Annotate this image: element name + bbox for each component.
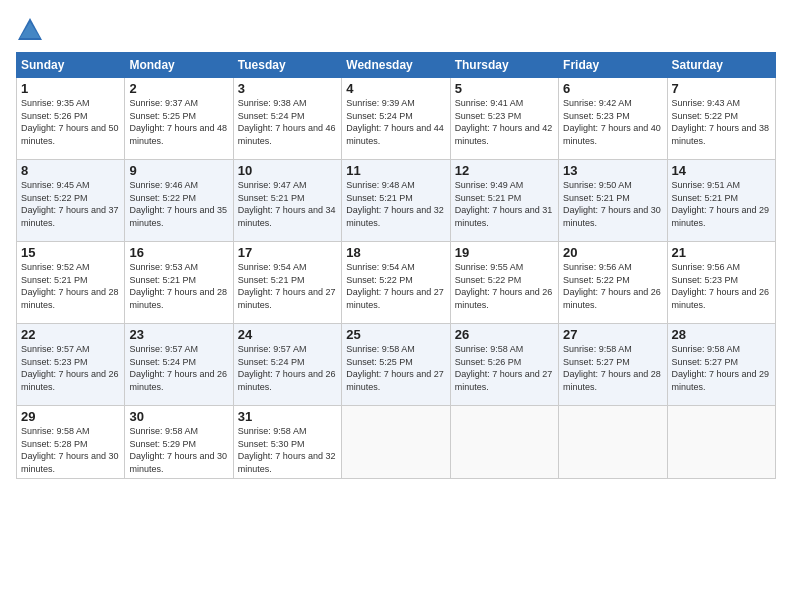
calendar-cell: 31Sunrise: 9:58 AMSunset: 5:30 PMDayligh… xyxy=(233,406,341,479)
week-row-5: 29Sunrise: 9:58 AMSunset: 5:28 PMDayligh… xyxy=(17,406,776,479)
day-number: 29 xyxy=(21,409,120,424)
day-info: Sunrise: 9:58 AMSunset: 5:25 PMDaylight:… xyxy=(346,343,445,393)
svg-marker-1 xyxy=(20,22,40,38)
calendar-cell: 21Sunrise: 9:56 AMSunset: 5:23 PMDayligh… xyxy=(667,242,775,324)
day-info: Sunrise: 9:52 AMSunset: 5:21 PMDaylight:… xyxy=(21,261,120,311)
day-number: 21 xyxy=(672,245,771,260)
week-row-2: 8Sunrise: 9:45 AMSunset: 5:22 PMDaylight… xyxy=(17,160,776,242)
day-number: 1 xyxy=(21,81,120,96)
day-number: 15 xyxy=(21,245,120,260)
day-info: Sunrise: 9:42 AMSunset: 5:23 PMDaylight:… xyxy=(563,97,662,147)
week-row-3: 15Sunrise: 9:52 AMSunset: 5:21 PMDayligh… xyxy=(17,242,776,324)
calendar-cell: 2Sunrise: 9:37 AMSunset: 5:25 PMDaylight… xyxy=(125,78,233,160)
day-info: Sunrise: 9:53 AMSunset: 5:21 PMDaylight:… xyxy=(129,261,228,311)
day-info: Sunrise: 9:54 AMSunset: 5:22 PMDaylight:… xyxy=(346,261,445,311)
day-number: 10 xyxy=(238,163,337,178)
day-info: Sunrise: 9:57 AMSunset: 5:23 PMDaylight:… xyxy=(21,343,120,393)
day-info: Sunrise: 9:50 AMSunset: 5:21 PMDaylight:… xyxy=(563,179,662,229)
day-number: 24 xyxy=(238,327,337,342)
day-number: 3 xyxy=(238,81,337,96)
day-info: Sunrise: 9:49 AMSunset: 5:21 PMDaylight:… xyxy=(455,179,554,229)
header xyxy=(16,16,776,44)
calendar-cell: 29Sunrise: 9:58 AMSunset: 5:28 PMDayligh… xyxy=(17,406,125,479)
day-number: 11 xyxy=(346,163,445,178)
day-info: Sunrise: 9:58 AMSunset: 5:28 PMDaylight:… xyxy=(21,425,120,475)
day-number: 26 xyxy=(455,327,554,342)
day-info: Sunrise: 9:57 AMSunset: 5:24 PMDaylight:… xyxy=(238,343,337,393)
calendar-cell: 9Sunrise: 9:46 AMSunset: 5:22 PMDaylight… xyxy=(125,160,233,242)
calendar-cell xyxy=(559,406,667,479)
calendar-cell xyxy=(667,406,775,479)
day-info: Sunrise: 9:38 AMSunset: 5:24 PMDaylight:… xyxy=(238,97,337,147)
day-info: Sunrise: 9:39 AMSunset: 5:24 PMDaylight:… xyxy=(346,97,445,147)
calendar-cell: 4Sunrise: 9:39 AMSunset: 5:24 PMDaylight… xyxy=(342,78,450,160)
day-number: 16 xyxy=(129,245,228,260)
calendar-cell: 13Sunrise: 9:50 AMSunset: 5:21 PMDayligh… xyxy=(559,160,667,242)
day-number: 4 xyxy=(346,81,445,96)
day-info: Sunrise: 9:54 AMSunset: 5:21 PMDaylight:… xyxy=(238,261,337,311)
calendar-cell: 1Sunrise: 9:35 AMSunset: 5:26 PMDaylight… xyxy=(17,78,125,160)
calendar-cell xyxy=(450,406,558,479)
day-info: Sunrise: 9:58 AMSunset: 5:29 PMDaylight:… xyxy=(129,425,228,475)
day-info: Sunrise: 9:37 AMSunset: 5:25 PMDaylight:… xyxy=(129,97,228,147)
day-info: Sunrise: 9:51 AMSunset: 5:21 PMDaylight:… xyxy=(672,179,771,229)
day-info: Sunrise: 9:46 AMSunset: 5:22 PMDaylight:… xyxy=(129,179,228,229)
day-info: Sunrise: 9:58 AMSunset: 5:27 PMDaylight:… xyxy=(563,343,662,393)
day-number: 23 xyxy=(129,327,228,342)
week-row-4: 22Sunrise: 9:57 AMSunset: 5:23 PMDayligh… xyxy=(17,324,776,406)
logo-icon xyxy=(16,16,44,44)
header-saturday: Saturday xyxy=(667,53,775,78)
header-friday: Friday xyxy=(559,53,667,78)
calendar-cell: 3Sunrise: 9:38 AMSunset: 5:24 PMDaylight… xyxy=(233,78,341,160)
calendar-cell: 28Sunrise: 9:58 AMSunset: 5:27 PMDayligh… xyxy=(667,324,775,406)
header-tuesday: Tuesday xyxy=(233,53,341,78)
header-wednesday: Wednesday xyxy=(342,53,450,78)
day-info: Sunrise: 9:45 AMSunset: 5:22 PMDaylight:… xyxy=(21,179,120,229)
day-number: 30 xyxy=(129,409,228,424)
day-number: 5 xyxy=(455,81,554,96)
day-number: 2 xyxy=(129,81,228,96)
calendar-cell: 6Sunrise: 9:42 AMSunset: 5:23 PMDaylight… xyxy=(559,78,667,160)
calendar-cell: 12Sunrise: 9:49 AMSunset: 5:21 PMDayligh… xyxy=(450,160,558,242)
header-thursday: Thursday xyxy=(450,53,558,78)
calendar-cell: 7Sunrise: 9:43 AMSunset: 5:22 PMDaylight… xyxy=(667,78,775,160)
day-info: Sunrise: 9:58 AMSunset: 5:26 PMDaylight:… xyxy=(455,343,554,393)
calendar-cell: 26Sunrise: 9:58 AMSunset: 5:26 PMDayligh… xyxy=(450,324,558,406)
logo xyxy=(16,16,46,44)
week-row-1: 1Sunrise: 9:35 AMSunset: 5:26 PMDaylight… xyxy=(17,78,776,160)
day-number: 9 xyxy=(129,163,228,178)
calendar-cell: 5Sunrise: 9:41 AMSunset: 5:23 PMDaylight… xyxy=(450,78,558,160)
day-number: 22 xyxy=(21,327,120,342)
day-number: 28 xyxy=(672,327,771,342)
day-info: Sunrise: 9:58 AMSunset: 5:30 PMDaylight:… xyxy=(238,425,337,475)
calendar-cell: 11Sunrise: 9:48 AMSunset: 5:21 PMDayligh… xyxy=(342,160,450,242)
header-sunday: Sunday xyxy=(17,53,125,78)
day-number: 19 xyxy=(455,245,554,260)
day-number: 13 xyxy=(563,163,662,178)
calendar-cell: 24Sunrise: 9:57 AMSunset: 5:24 PMDayligh… xyxy=(233,324,341,406)
day-number: 14 xyxy=(672,163,771,178)
calendar-cell: 8Sunrise: 9:45 AMSunset: 5:22 PMDaylight… xyxy=(17,160,125,242)
calendar: SundayMondayTuesdayWednesdayThursdayFrid… xyxy=(16,52,776,479)
day-info: Sunrise: 9:56 AMSunset: 5:23 PMDaylight:… xyxy=(672,261,771,311)
day-info: Sunrise: 9:41 AMSunset: 5:23 PMDaylight:… xyxy=(455,97,554,147)
calendar-cell: 18Sunrise: 9:54 AMSunset: 5:22 PMDayligh… xyxy=(342,242,450,324)
day-number: 27 xyxy=(563,327,662,342)
day-info: Sunrise: 9:55 AMSunset: 5:22 PMDaylight:… xyxy=(455,261,554,311)
calendar-cell: 25Sunrise: 9:58 AMSunset: 5:25 PMDayligh… xyxy=(342,324,450,406)
calendar-cell: 23Sunrise: 9:57 AMSunset: 5:24 PMDayligh… xyxy=(125,324,233,406)
calendar-cell: 17Sunrise: 9:54 AMSunset: 5:21 PMDayligh… xyxy=(233,242,341,324)
calendar-cell: 30Sunrise: 9:58 AMSunset: 5:29 PMDayligh… xyxy=(125,406,233,479)
calendar-header-row: SundayMondayTuesdayWednesdayThursdayFrid… xyxy=(17,53,776,78)
day-info: Sunrise: 9:56 AMSunset: 5:22 PMDaylight:… xyxy=(563,261,662,311)
calendar-cell: 20Sunrise: 9:56 AMSunset: 5:22 PMDayligh… xyxy=(559,242,667,324)
calendar-cell: 16Sunrise: 9:53 AMSunset: 5:21 PMDayligh… xyxy=(125,242,233,324)
day-number: 18 xyxy=(346,245,445,260)
day-info: Sunrise: 9:48 AMSunset: 5:21 PMDaylight:… xyxy=(346,179,445,229)
day-number: 25 xyxy=(346,327,445,342)
header-monday: Monday xyxy=(125,53,233,78)
day-number: 8 xyxy=(21,163,120,178)
calendar-cell: 27Sunrise: 9:58 AMSunset: 5:27 PMDayligh… xyxy=(559,324,667,406)
day-info: Sunrise: 9:57 AMSunset: 5:24 PMDaylight:… xyxy=(129,343,228,393)
day-number: 31 xyxy=(238,409,337,424)
